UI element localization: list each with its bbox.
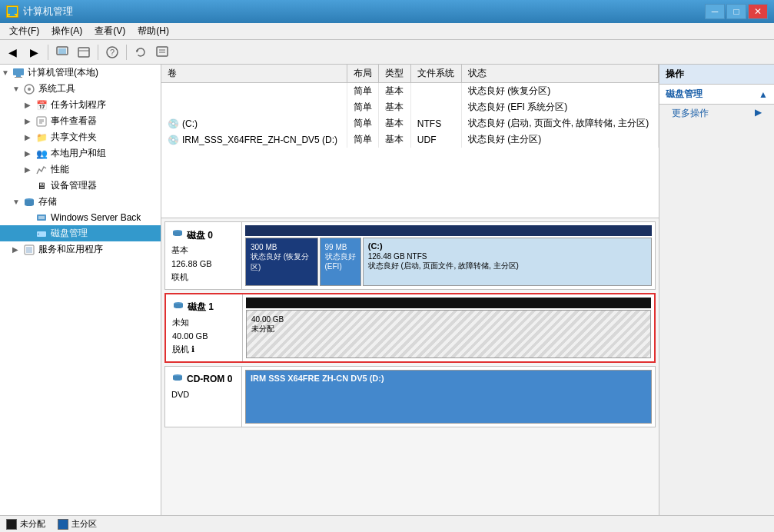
menu-action[interactable]: 操作(A) xyxy=(45,23,88,39)
cell-type: 基本 xyxy=(379,131,411,148)
volumes-table: 卷 布局 类型 文件系统 状态 简单基本状态良好 (恢复分区)简单基本状态良好 … xyxy=(161,65,659,148)
disk-view: 磁盘 0基本126.88 GB联机300 MB状态良好 (恢复分区)99 MB状… xyxy=(161,218,659,515)
svg-rect-4 xyxy=(58,48,66,54)
export-button[interactable] xyxy=(153,43,171,62)
menu-view[interactable]: 查看(V) xyxy=(88,23,131,39)
window-title: 计算机管理 xyxy=(23,5,73,18)
partition[interactable]: 99 MB状态良好 (EFI) xyxy=(320,238,361,286)
system-tools-expand[interactable]: ▼ xyxy=(12,85,23,93)
disk-parts-row: 40.00 GB未分配 xyxy=(246,310,651,358)
sidebar-item-event-viewer[interactable]: ▶ 事件查看器 xyxy=(0,113,161,129)
menu-bar: 文件(F) 操作(A) 查看(V) 帮助(H) xyxy=(0,23,774,40)
services-expand[interactable]: ▶ xyxy=(12,245,23,254)
up-button[interactable] xyxy=(53,43,71,62)
status-bar: 未分配 主分区 xyxy=(0,515,774,532)
shared-expand[interactable]: ▶ xyxy=(25,133,35,141)
close-button[interactable]: ✕ xyxy=(748,4,768,19)
users-label: 本地用户和组 xyxy=(51,147,106,160)
event-expand[interactable]: ▶ xyxy=(25,117,35,125)
cell-vol xyxy=(161,83,347,100)
sidebar-item-device-manager[interactable]: 🖥 设备管理器 xyxy=(0,178,161,194)
svg-rect-24 xyxy=(38,216,45,219)
disk-type: DVD xyxy=(171,388,235,402)
partition-status: 状态良好 (启动, 页面文件, 故障转储, 主分区) xyxy=(368,261,646,271)
disk-header-bar xyxy=(246,298,651,308)
task-expand[interactable]: ▶ xyxy=(25,101,35,109)
partition-status: 状态良好 (恢复分区) xyxy=(251,251,313,273)
sidebar-item-task-scheduler[interactable]: ▶ 📅 任务计划程序 xyxy=(0,97,161,113)
cell-type: 基本 xyxy=(379,115,411,131)
table-row[interactable]: 简单基本状态良好 (恢复分区) xyxy=(161,83,659,100)
cell-type: 基本 xyxy=(379,83,411,100)
svg-rect-1 xyxy=(10,14,15,15)
sidebar-item-disk-management[interactable]: 磁盘管理 xyxy=(0,225,161,241)
svg-rect-0 xyxy=(8,7,17,14)
legend-unallocated: 未分配 xyxy=(6,518,45,530)
partition-label: IRM SSS X64FRE ZH-CN DV5 (D:) xyxy=(251,374,646,383)
partition[interactable]: IRM SSS X64FRE ZH-CN DV5 (D:) xyxy=(245,370,652,424)
forward-button[interactable]: ▶ xyxy=(25,43,43,62)
cell-layout: 简单 xyxy=(347,115,379,131)
right-panel-disk-mgmt[interactable]: 磁盘管理 ▲ xyxy=(659,85,774,105)
toolbar-separator-1 xyxy=(48,45,48,60)
svg-rect-14 xyxy=(16,75,21,77)
disk-status: 脱机 ℹ xyxy=(172,343,236,357)
col-status[interactable]: 状态 xyxy=(461,65,658,83)
col-type[interactable]: 类型 xyxy=(379,65,411,83)
disk-row: 磁盘 1未知40.00 GB脱机 ℹ40.00 GB未分配 xyxy=(164,293,656,363)
minimize-button[interactable]: ─ xyxy=(705,4,725,19)
sidebar-item-services[interactable]: ▶ 服务和应用程序 xyxy=(0,241,161,258)
menu-help[interactable]: 帮助(H) xyxy=(131,23,175,39)
sidebar-item-windows-backup[interactable]: Windows Server Back xyxy=(0,210,161,225)
perf-expand[interactable]: ▶ xyxy=(25,165,35,174)
maximize-button[interactable]: □ xyxy=(726,4,746,19)
sidebar-item-shared-folders[interactable]: ▶ 📁 共享文件夹 xyxy=(0,129,161,145)
disk-info: 磁盘 1未知40.00 GB脱机 ℹ xyxy=(166,294,243,361)
svg-rect-5 xyxy=(78,48,89,57)
right-panel-more-actions[interactable]: 更多操作 ▶ xyxy=(659,105,774,122)
table-row[interactable]: 简单基本状态良好 (EFI 系统分区) xyxy=(161,99,659,115)
disk-icon xyxy=(171,227,184,244)
table-row[interactable]: 💿(C:)简单基本NTFS状态良好 (启动, 页面文件, 故障转储, 主分区) xyxy=(161,115,659,131)
col-vol[interactable]: 卷 xyxy=(161,65,347,83)
partition[interactable]: 40.00 GB未分配 xyxy=(246,310,651,358)
col-fs[interactable]: 文件系统 xyxy=(410,65,461,83)
cell-layout: 简单 xyxy=(347,131,379,148)
sidebar-item-local-users[interactable]: ▶ 👥 本地用户和组 xyxy=(0,145,161,161)
disk-row: CD-ROM 0DVDIRM SSS X64FRE ZH-CN DV5 (D:) xyxy=(164,366,656,427)
disk-size: 40.00 GB xyxy=(172,330,236,344)
storage-expand[interactable]: ▼ xyxy=(12,198,23,206)
disk-partitions: 300 MB状态良好 (恢复分区)99 MB状态良好 (EFI)(C:)126.… xyxy=(242,222,655,289)
back-button[interactable]: ◀ xyxy=(3,43,22,62)
col-layout[interactable]: 布局 xyxy=(347,65,379,83)
disk-size: 126.88 GB xyxy=(171,258,235,271)
partition[interactable]: 300 MB状态良好 (恢复分区) xyxy=(245,238,318,286)
users-expand[interactable]: ▶ xyxy=(25,149,35,158)
sidebar-item-storage[interactable]: ▼ 存储 xyxy=(0,194,161,210)
toolbar: ◀ ▶ ? xyxy=(0,40,774,65)
cell-vol: 💿IRM_SSS_X64FRE_ZH-CN_DV5 (D:) xyxy=(161,131,347,148)
services-icon xyxy=(23,244,35,256)
table-row[interactable]: 💿IRM_SSS_X64FRE_ZH-CN_DV5 (D:)简单基本UDF状态良… xyxy=(161,131,659,148)
sidebar-item-performance[interactable]: ▶ 性能 xyxy=(0,161,161,178)
root-expand-icon[interactable]: ▼ xyxy=(2,68,12,77)
menu-file[interactable]: 文件(F) xyxy=(3,23,45,39)
tools-icon xyxy=(23,83,35,95)
disk-partition-wrapper: 300 MB状态良好 (恢复分区)99 MB状态良好 (EFI)(C:)126.… xyxy=(245,225,652,286)
cell-layout: 简单 xyxy=(347,99,379,115)
svg-rect-28 xyxy=(26,247,32,253)
refresh-button[interactable] xyxy=(131,43,150,62)
volumes-table-area: 卷 布局 类型 文件系统 状态 简单基本状态良好 (恢复分区)简单基本状态良好 … xyxy=(161,65,659,218)
sidebar-item-system-tools[interactable]: ▼ 系统工具 xyxy=(0,81,161,97)
partition-label: (C:) xyxy=(368,241,646,251)
disk-id: 磁盘 0 xyxy=(187,228,213,243)
disk-partitions: IRM SSS X64FRE ZH-CN DV5 (D:) xyxy=(242,367,655,427)
help-icon-button[interactable]: ? xyxy=(103,43,121,62)
svg-rect-13 xyxy=(13,68,24,75)
show-button[interactable] xyxy=(75,43,93,62)
partition-size: 99 MB xyxy=(325,243,356,251)
partition[interactable]: (C:)126.48 GB NTFS状态良好 (启动, 页面文件, 故障转储, … xyxy=(363,238,652,286)
services-label: 服务和应用程序 xyxy=(38,243,103,256)
sidebar-root[interactable]: ▼ 计算机管理(本地) xyxy=(0,65,161,81)
right-panel-header: 操作 xyxy=(659,65,774,85)
